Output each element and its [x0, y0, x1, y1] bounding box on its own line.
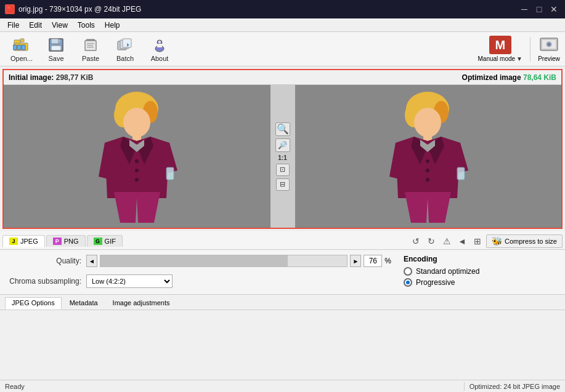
save-label: Save [48, 55, 63, 62]
minimize-button[interactable]: ─ [518, 3, 530, 15]
standard-optimized-label: Standard optimized [416, 267, 479, 276]
encoding-title: Encoding [404, 255, 558, 263]
reset-button[interactable]: ⚠ [440, 234, 453, 248]
quality-slider[interactable] [100, 255, 348, 267]
svg-rect-33 [166, 167, 174, 180]
save-button[interactable]: Save [39, 34, 73, 64]
tab-gif[interactable]: G GIF [87, 235, 123, 247]
manual-mode-button[interactable]: M Manual mode ▼ [478, 36, 523, 62]
quality-label: Quality: [7, 257, 81, 265]
redo-button[interactable]: ↻ [425, 234, 438, 248]
menu-help[interactable]: Help [100, 20, 125, 31]
titlebar: 🔴 orig.jpg - 739×1034 px @ 24bit JPEG ─ … [0, 0, 565, 18]
zoom-in-button[interactable]: 🔍 [275, 122, 290, 136]
manual-mode-badge: M [489, 36, 511, 54]
progressive-label: Progressive [416, 278, 455, 287]
svg-point-45 [426, 159, 429, 163]
gif-icon: G [94, 238, 102, 245]
progressive-radio[interactable] [404, 278, 412, 287]
tab-jpeg[interactable]: J JPEG [2, 235, 45, 247]
menu-view[interactable]: View [47, 20, 73, 31]
dropdown-arrow-icon: ▼ [516, 55, 522, 62]
fit-button[interactable]: ⊡ [276, 164, 290, 176]
tab-jpeg-label: JPEG [20, 238, 38, 245]
about-label: About [151, 55, 169, 62]
fit2-button[interactable]: ⊟ [276, 178, 290, 191]
open-label: Open... [10, 55, 33, 62]
initial-image-svg [86, 90, 188, 223]
arrow-left-button[interactable]: ◄ [455, 234, 469, 248]
svg-rect-13 [87, 45, 93, 46]
svg-rect-5 [22, 45, 25, 50]
initial-image-panel [4, 85, 270, 228]
chroma-row: Chroma subsampling: None (4:4:4) Low (4:… [7, 274, 391, 288]
preview-button[interactable]: Preview [538, 36, 560, 62]
manual-mode-label: Manual mode [478, 55, 516, 62]
standard-optimized-row[interactable]: Standard optimized [404, 267, 558, 276]
menu-edit[interactable]: Edit [24, 20, 47, 31]
encoding-section: Encoding Standard optimized Progressive [404, 255, 558, 289]
zoom-out-button[interactable]: 🔎 [275, 138, 290, 152]
menu-tools[interactable]: Tools [73, 20, 100, 31]
compress-to-size-button[interactable]: 🐝 Compress to size [486, 234, 563, 248]
optimized-image-svg [377, 90, 479, 223]
optimized-image-panel [295, 85, 562, 228]
svg-rect-3 [13, 45, 17, 50]
svg-point-36 [135, 178, 139, 182]
status-right: Optimized: 24 bit JPEG image [469, 383, 560, 390]
window-title: orig.jpg - 739×1034 px @ 24bit JPEG [18, 5, 141, 14]
compress-icon: 🐝 [492, 236, 502, 246]
paste-label: Paste [82, 55, 99, 62]
open-button[interactable]: Open... [5, 34, 38, 64]
png-icon: P [53, 238, 62, 245]
svg-point-46 [426, 169, 429, 172]
svg-point-25 [547, 42, 551, 46]
batch-label: Batch [116, 55, 134, 62]
undo-button[interactable]: ↺ [409, 234, 423, 248]
app-icon: 🔴 [5, 4, 15, 14]
paste-icon [81, 36, 100, 54]
zoom-controls: 🔍 🔎 1:1 ⊡ ⊟ [270, 85, 295, 228]
svg-point-31 [123, 108, 150, 137]
quality-row: Quality: ◄ ► 76 % [7, 255, 391, 267]
image-header: Initial image: 298,77 KiB Optimized imag… [4, 70, 561, 85]
quality-decrease-button[interactable]: ◄ [86, 255, 97, 267]
tab-image-adjustments[interactable]: Image adjustments [106, 297, 177, 310]
save-icon [47, 36, 65, 54]
svg-rect-21 [157, 44, 162, 47]
bottom-tabs-bar: JPEG Options Metadata Image adjustments [0, 294, 565, 310]
menu-file[interactable]: File [2, 20, 24, 31]
paste-button[interactable]: Paste [74, 34, 107, 64]
svg-rect-4 [17, 45, 21, 50]
initial-image-label: Initial image: 298,77 KiB [9, 73, 93, 82]
statusbar: Ready Optimized: 24 bit JPEG image [0, 380, 565, 392]
about-button[interactable]: About [143, 34, 176, 64]
open-icon [12, 36, 31, 54]
standard-optimized-radio[interactable] [404, 267, 412, 276]
svg-rect-9 [59, 39, 60, 42]
tab-png[interactable]: P PNG [46, 235, 86, 247]
options-panel: Quality: ◄ ► 76 % Chroma subsampling: No… [0, 250, 565, 294]
tab-metadata[interactable]: Metadata [63, 297, 105, 310]
svg-point-34 [135, 159, 139, 163]
maximize-button[interactable]: □ [533, 3, 545, 15]
svg-point-20 [158, 41, 161, 43]
grid-button[interactable]: ⊞ [471, 234, 484, 248]
batch-icon [116, 36, 134, 54]
quality-percent: % [384, 257, 391, 265]
preview-icon [538, 36, 560, 54]
chroma-select[interactable]: None (4:4:4) Low (4:2:2) High (4:2:0) [86, 274, 173, 288]
svg-point-35 [135, 169, 139, 172]
image-comparison-area: Initial image: 298,77 KiB Optimized imag… [2, 69, 563, 229]
tab-gif-label: GIF [105, 238, 116, 245]
optimized-image-label: Optimized image 78,64 KiB [462, 73, 556, 82]
batch-button[interactable]: Batch [108, 34, 142, 64]
quality-increase-button[interactable]: ► [350, 255, 361, 267]
quality-input[interactable]: 76 [364, 255, 382, 267]
tab-jpeg-options[interactable]: JPEG Options [5, 297, 62, 310]
preview-label: Preview [538, 55, 560, 62]
close-button[interactable]: ✕ [548, 3, 560, 15]
svg-point-42 [414, 108, 441, 137]
svg-rect-14 [87, 47, 94, 48]
progressive-row[interactable]: Progressive [404, 278, 558, 287]
